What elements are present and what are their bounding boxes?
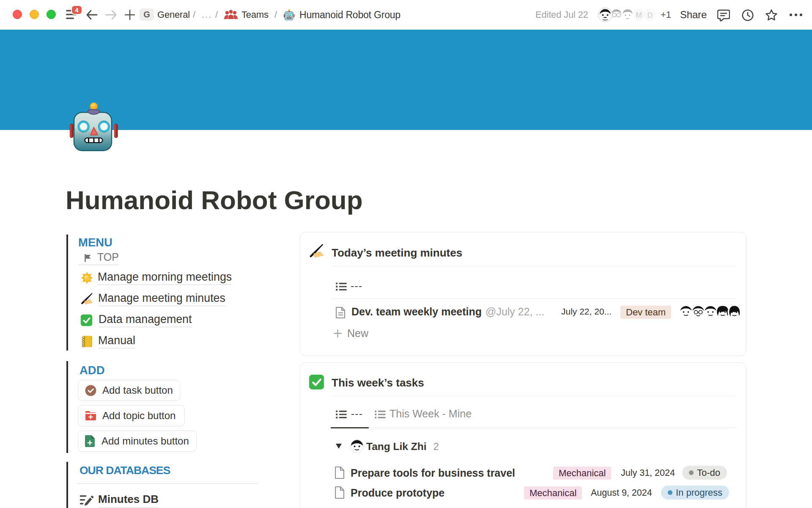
svg-text:D: D [647, 11, 653, 19]
svg-text:M: M [636, 11, 642, 19]
